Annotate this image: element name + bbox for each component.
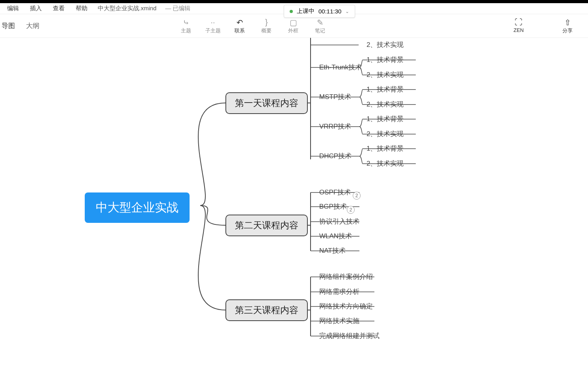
toolbar-right: ⛶ZEN ⇧分享	[506, 16, 580, 36]
document-title: 中大型企业实战.xmind	[98, 5, 156, 12]
root-topic[interactable]: 中大型企业实战	[85, 192, 190, 223]
status-dot-icon	[290, 10, 293, 13]
day2-item-3[interactable]: WLAN技术	[319, 232, 352, 241]
subtopic-icon: ··	[200, 18, 225, 27]
summary-icon: }	[254, 18, 279, 27]
day1-item-0[interactable]: Eth-Trunk技术	[319, 63, 362, 72]
day2-badge-1: 2	[347, 206, 355, 214]
day1-item-2-sub-0[interactable]: 1、技术背景	[367, 114, 404, 123]
tab-outline[interactable]: 大纲	[26, 21, 39, 30]
recording-label: 上课中	[297, 7, 314, 15]
edited-status: — 已编辑	[165, 5, 190, 12]
menu-insert[interactable]: 插入	[30, 5, 42, 12]
day2-item-4[interactable]: NAT技术	[319, 246, 346, 255]
day1-item-1-sub-0[interactable]: 1、技术背景	[367, 85, 404, 94]
window-top-bar	[0, 0, 588, 3]
day3-item-1[interactable]: 网络需求分析	[319, 287, 359, 296]
zen-button[interactable]: ⛶ZEN	[506, 16, 531, 36]
boundary-button[interactable]: ▢外框	[281, 16, 306, 36]
day1-item-2[interactable]: VRRP技术	[319, 122, 351, 131]
share-button[interactable]: ⇧分享	[555, 16, 580, 36]
day3-item-4[interactable]: 完成网络组建并测试	[319, 331, 380, 340]
day2-topic[interactable]: 第二天课程内容	[225, 215, 308, 236]
day2-badge-0: 2	[353, 192, 361, 200]
day2-item-1[interactable]: BGP技术	[319, 202, 347, 211]
chevron-down-icon: ⌄	[345, 9, 349, 14]
boundary-icon: ▢	[281, 18, 306, 27]
mindmap-canvas[interactable]: 中大型企业实战 第一天课程内容 第二天课程内容 第三天课程内容 2、技术实现 E…	[0, 38, 588, 368]
topic-button[interactable]: ⤷主题	[173, 16, 199, 36]
day1-item-0-sub-0[interactable]: 1、技术背景	[367, 55, 404, 64]
menu-help[interactable]: 帮助	[76, 5, 87, 12]
zen-icon: ⛶	[506, 18, 531, 27]
day1-item-3-sub-0[interactable]: 1、技术背景	[367, 144, 404, 153]
day1-extra-sub[interactable]: 2、技术实现	[367, 40, 404, 49]
relation-button[interactable]: ↶联系	[227, 16, 252, 36]
note-icon: ✎	[307, 18, 333, 27]
note-button[interactable]: ✎笔记	[307, 16, 333, 36]
day2-item-2[interactable]: 协议引入技术	[319, 217, 359, 226]
tab-mindmap[interactable]: 导图	[2, 21, 15, 30]
day1-item-0-sub-1[interactable]: 2、技术实现	[367, 70, 404, 79]
day3-item-0[interactable]: 网络组件案例介绍	[319, 272, 373, 281]
day1-item-1[interactable]: MSTP技术	[319, 92, 351, 101]
day1-item-1-sub-1[interactable]: 2、技术实现	[367, 100, 404, 109]
topic-icon: ⤷	[173, 18, 199, 27]
relation-icon: ↶	[227, 18, 252, 27]
share-icon: ⇧	[555, 18, 580, 27]
toolbar-center: ⤷主题 ··子主题 ↶联系 }概要 ▢外框 ✎笔记	[173, 16, 333, 36]
day2-item-0[interactable]: OSPF技术	[319, 188, 351, 197]
toolbar: 导图 大纲 ⤷主题 ··子主题 ↶联系 }概要 ▢外框 ✎笔记 ⛶ZEN ⇧分享	[0, 14, 588, 38]
day3-topic[interactable]: 第三天课程内容	[225, 299, 308, 321]
menu-view[interactable]: 查看	[53, 5, 65, 12]
recording-time: 00:11:30	[318, 8, 341, 15]
day3-item-2[interactable]: 网络技术方向确定	[319, 302, 373, 311]
summary-button[interactable]: }概要	[254, 16, 279, 36]
day1-item-2-sub-1[interactable]: 2、技术实现	[367, 129, 404, 138]
menu-edit[interactable]: 编辑	[7, 5, 19, 12]
day1-item-3[interactable]: DHCP技术	[319, 151, 352, 161]
day1-item-3-sub-1[interactable]: 2、技术实现	[367, 159, 404, 168]
day1-topic[interactable]: 第一天课程内容	[225, 92, 308, 114]
recording-status-pill[interactable]: 上课中 00:11:30 ⌄	[284, 5, 355, 18]
subtopic-button[interactable]: ··子主题	[200, 16, 225, 36]
view-tabs: 导图 大纲	[0, 21, 39, 30]
day3-item-3[interactable]: 网络技术实施	[319, 316, 359, 325]
